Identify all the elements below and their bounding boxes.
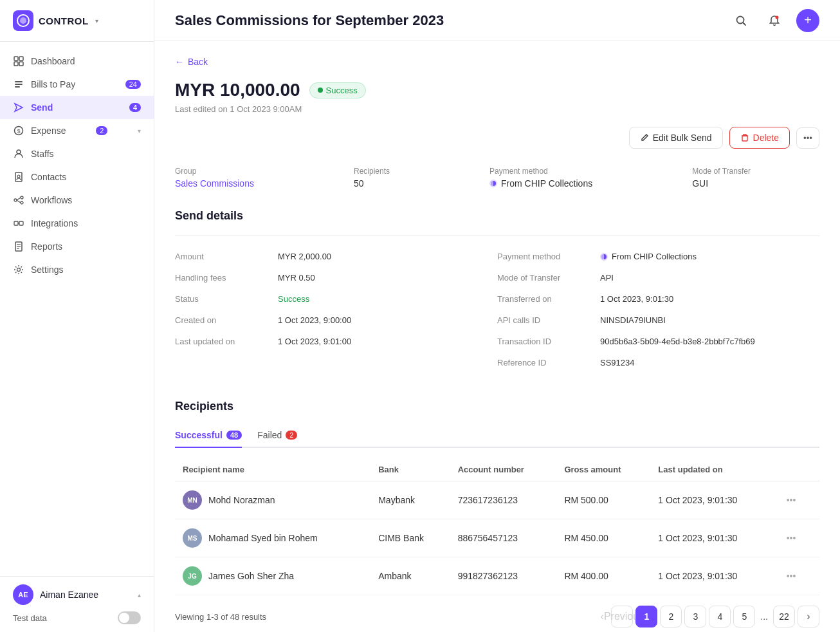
sidebar-item-settings[interactable]: Settings <box>0 258 154 281</box>
notifications-button[interactable] <box>763 9 786 32</box>
svg-rect-5 <box>19 62 23 66</box>
col-actions <box>774 458 819 481</box>
account-cell: 991827362123 <box>450 557 557 595</box>
sidebar-item-reports[interactable]: Reports <box>0 235 154 258</box>
recipients-label: Recipients <box>354 167 459 176</box>
amount-cell: RM 400.00 <box>556 557 650 595</box>
sidebar-item-contacts[interactable]: Contacts <box>0 165 154 189</box>
group-value[interactable]: Sales Commissions <box>175 178 323 189</box>
svg-marker-9 <box>15 104 23 111</box>
sidebar-item-integrations-label: Integrations <box>31 218 78 228</box>
recipients-table: Recipient name Bank Account number Gross… <box>175 458 819 595</box>
sidebar-item-settings-label: Settings <box>31 265 64 275</box>
bank-cell: Maybank <box>370 481 450 519</box>
back-link[interactable]: ← Back <box>175 57 819 67</box>
detail-row: Last updated on1 Oct 2023, 9:01:00 <box>175 337 497 346</box>
table-row: JG James Goh Sher Zha Ambank 99182736212… <box>175 557 819 595</box>
row-actions-cell[interactable]: ••• <box>774 557 819 595</box>
contacts-icon <box>13 171 24 183</box>
svg-point-1 <box>20 17 26 24</box>
tab-failed[interactable]: Failed 2 <box>257 423 297 448</box>
chip-icon <box>489 180 497 187</box>
list-icon <box>13 79 24 90</box>
recipient-name: Mohamad Syed bin Rohem <box>208 533 318 543</box>
detail-row: Created on1 Oct 2023, 9:00:00 <box>175 315 497 325</box>
expense-icon: $ <box>13 125 24 136</box>
mode-label: Mode of Transfer <box>692 167 819 176</box>
sidebar-item-send[interactable]: Send 4 <box>0 96 154 119</box>
row-actions-cell[interactable]: ••• <box>774 481 819 519</box>
col-bank: Bank <box>370 458 450 481</box>
recipients-title: Recipients <box>175 400 819 413</box>
avatar: MS <box>183 528 202 548</box>
more-actions-button[interactable]: ••• <box>796 127 819 149</box>
svg-point-17 <box>21 201 23 204</box>
workflow-icon <box>13 194 24 206</box>
row-more-button[interactable]: ••• <box>781 568 801 584</box>
detail-label: Transferred on <box>497 294 600 304</box>
search-button[interactable] <box>729 9 753 32</box>
next-button[interactable]: › <box>798 606 819 627</box>
sidebar-logo[interactable]: CONTROL ▾ <box>0 0 154 42</box>
sidebar-item-expense[interactable]: $ Expense 2 ▾ <box>0 119 154 142</box>
detail-value: 90d5b6a3-5b09-4e5d-b3e8-2bbbf7c7fb69 <box>600 337 755 346</box>
svg-rect-4 <box>14 62 18 66</box>
detail-row: Handling feesMYR 0.50 <box>175 273 497 283</box>
page-1-button[interactable]: 1 <box>635 606 657 627</box>
send-badge: 4 <box>129 103 141 112</box>
page-2-button[interactable]: 2 <box>660 606 682 627</box>
recipients-value: 50 <box>354 178 459 189</box>
svg-point-16 <box>21 196 23 199</box>
svg-point-27 <box>776 15 779 19</box>
row-more-button[interactable]: ••• <box>781 492 801 508</box>
prev-button[interactable]: ‹ Previous <box>611 606 633 627</box>
detail-label: Transaction ID <box>497 337 600 346</box>
page-3-button[interactable]: 3 <box>684 606 706 627</box>
tabs: Successful 48 Failed 2 <box>175 423 819 448</box>
sidebar-item-bills-to-pay[interactable]: Bills to Pay 24 <box>0 73 154 96</box>
tab-successful[interactable]: Successful 48 <box>175 423 242 448</box>
recipients-section: Recipients Successful 48 Failed 2 Recipi… <box>175 400 819 632</box>
avatar: JG <box>183 566 202 586</box>
recipients-body: MN Mohd Norazman Maybank 723617236123 RM… <box>175 481 819 595</box>
svg-rect-3 <box>19 57 23 60</box>
back-arrow-icon: ← <box>175 57 184 67</box>
page-22-button[interactable]: 22 <box>773 606 795 627</box>
page-4-button[interactable]: 4 <box>709 606 731 627</box>
sidebar-item-send-label: Send <box>31 102 53 113</box>
row-actions-cell[interactable]: ••• <box>774 519 819 557</box>
table-row: MS Mohamad Syed bin Rohem CIMB Bank 8867… <box>175 519 819 557</box>
add-button[interactable]: + <box>796 9 819 32</box>
sidebar-item-staffs[interactable]: Staffs <box>0 142 154 165</box>
amount: MYR 10,000.00 <box>175 80 300 100</box>
sidebar-item-dashboard[interactable]: Dashboard <box>0 50 154 73</box>
sidebar-item-integrations[interactable]: Integrations <box>0 212 154 235</box>
expense-badge: 2 <box>96 126 107 135</box>
sidebar-item-dashboard-label: Dashboard <box>31 56 75 66</box>
page-5-button[interactable]: 5 <box>733 606 755 627</box>
user-row[interactable]: AE Aiman Ezanee ▴ <box>13 584 141 605</box>
detail-row: Transaction ID90d5b6a3-5b09-4e5d-b3e8-2b… <box>497 337 819 346</box>
svg-rect-8 <box>15 86 20 88</box>
updated-cell: 1 Oct 2023, 9:01:30 <box>650 481 773 519</box>
test-data-label: Test data <box>13 613 47 623</box>
edit-bulk-send-button[interactable]: Edit Bulk Send <box>629 127 723 149</box>
avatar: AE <box>13 584 33 605</box>
detail-value: From CHIP Collections <box>600 252 697 261</box>
action-bar: Edit Bulk Send Delete ••• <box>175 127 819 149</box>
sidebar-item-workflows[interactable]: Workflows <box>0 189 154 212</box>
account-cell: 886756457123 <box>450 519 557 557</box>
updated-cell: 1 Oct 2023, 9:01:30 <box>650 519 773 557</box>
recipient-name-cell: MS Mohamad Syed bin Rohem <box>175 519 370 557</box>
svg-line-26 <box>744 23 746 25</box>
svg-point-12 <box>17 150 21 154</box>
toggle-thumb <box>119 613 129 623</box>
bank-cell: Ambank <box>370 557 450 595</box>
test-data-toggle[interactable] <box>118 611 141 624</box>
detail-label: Last updated on <box>175 337 278 346</box>
payment-method-text: From CHIP Collections <box>501 178 592 189</box>
mode-value: GUI <box>692 178 819 189</box>
delete-button[interactable]: Delete <box>729 127 790 149</box>
svg-point-24 <box>17 268 21 272</box>
row-more-button[interactable]: ••• <box>781 530 801 546</box>
